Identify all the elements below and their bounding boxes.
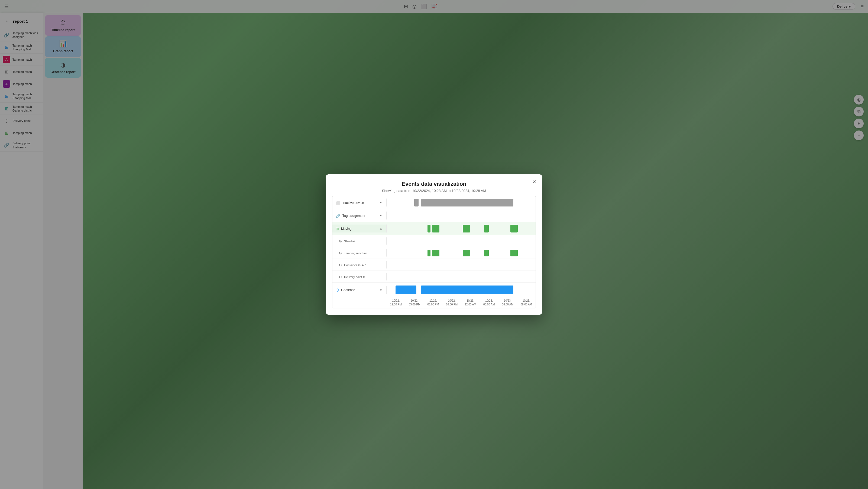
tag-expand-btn[interactable]: ∨ [379, 214, 383, 218]
tag-assignment-label: 🔗 Tag assignment ∨ [333, 212, 386, 220]
inactive-bar-2 [421, 199, 434, 206]
moving-label: ⊞ Moving ∧ [333, 225, 386, 233]
shauliai-label: ⊙ Shauliai [333, 237, 386, 245]
modal-subtitle: Showing data from 10/22/2024, 10:28 AM t… [332, 189, 434, 193]
tag-assignment-text: Tag assignment [342, 214, 365, 218]
chart-container: ⬜ Inactive device ∨ [326, 196, 434, 245]
shauliai-text: Shauliai [344, 239, 354, 242]
modal-title: Events data visualization [332, 181, 434, 187]
modal-header: Events data visualization Showing data f… [326, 174, 434, 196]
moving-bar-2 [432, 225, 434, 232]
tag-icon: 🔗 [336, 214, 340, 218]
row-shauliai: ⊙ Shauliai [333, 235, 434, 245]
inactive-device-label: ⬜ Inactive device ∨ [333, 199, 386, 206]
inactive-device-text: Inactive device [342, 201, 364, 204]
row-inactive-device: ⬜ Inactive device ∨ [333, 196, 434, 209]
moving-icon: ⊞ [336, 226, 339, 231]
row-tag-assignment: 🔗 Tag assignment ∨ [333, 209, 434, 222]
inactive-bar-1 [414, 199, 419, 206]
chart-inner: ⬜ Inactive device ∨ [332, 196, 434, 245]
row-moving: ⊞ Moving ∧ [333, 222, 434, 235]
inactive-expand-btn[interactable]: ∨ [379, 200, 383, 205]
moving-expand-btn[interactable]: ∧ [379, 226, 383, 231]
inactive-icon: ⬜ [336, 200, 340, 205]
moving-bar-1 [428, 225, 431, 232]
moving-text: Moving [341, 227, 352, 230]
modal: ✕ Events data visualization Showing data… [326, 174, 434, 245]
shauliai-icon: ⊙ [339, 239, 342, 243]
